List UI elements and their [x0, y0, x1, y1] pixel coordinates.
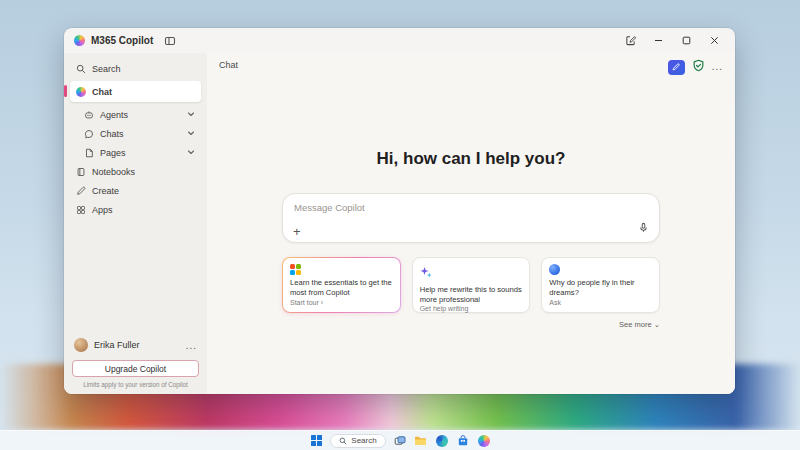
copilot-chat-icon	[76, 87, 86, 97]
main-header-actions: ...	[668, 58, 723, 76]
see-more-link[interactable]: See more ⌄	[282, 320, 660, 329]
user-row[interactable]: Erika Fuller ...	[70, 336, 201, 354]
minimize-icon	[654, 36, 663, 45]
sidebar-item-label: Apps	[92, 205, 113, 215]
task-view-button[interactable]	[393, 434, 407, 448]
taskbar: Search	[0, 430, 800, 450]
sidebar-item-label: Search	[92, 64, 121, 74]
suggestion-card-rewrite[interactable]: Help me rewrite this to sounds more prof…	[412, 257, 531, 313]
close-button[interactable]	[703, 31, 725, 50]
desktop: M365 Copilot Search	[0, 0, 800, 450]
pages-icon	[84, 148, 94, 158]
microphone-button[interactable]	[638, 219, 649, 237]
sidebar-item-label: Pages	[100, 148, 126, 158]
sidebar-item-notebooks[interactable]: Notebooks	[70, 162, 201, 181]
edge-icon	[436, 435, 448, 447]
limits-footnote: Limits apply to your version of Copilot	[70, 381, 201, 388]
taskbar-search-label: Search	[351, 436, 376, 445]
apps-icon	[76, 205, 86, 215]
card-action[interactable]: Start tour ›	[290, 299, 393, 306]
add-attachment-button[interactable]: +	[293, 225, 301, 238]
sparkles-icon	[420, 264, 523, 282]
notebooks-icon	[76, 167, 86, 177]
file-explorer-button[interactable]	[414, 434, 428, 448]
chevron-down-icon: ⌄	[654, 320, 660, 329]
message-composer[interactable]: Message Copilot +	[282, 193, 660, 243]
copilot-taskbar-icon	[478, 435, 490, 447]
start-button[interactable]	[309, 434, 323, 448]
new-chat-button[interactable]	[668, 60, 685, 75]
new-chat-icon	[671, 62, 681, 72]
sidebar-item-label: Create	[92, 186, 119, 196]
window-title: M365 Copilot	[91, 35, 153, 46]
card-title: Why do people fly in their dreams?	[549, 278, 652, 298]
card-title: Learn the essentials to get the most fro…	[290, 278, 393, 298]
copilot-logo-icon	[74, 35, 85, 46]
agents-icon	[84, 110, 94, 120]
windows-logo-icon	[311, 435, 322, 446]
sidebar-toggle-button[interactable]	[159, 31, 181, 50]
sidebar-item-label: Notebooks	[92, 167, 135, 177]
upgrade-label: Upgrade Copilot	[105, 364, 166, 374]
suggestion-cards: Learn the essentials to get the most fro…	[282, 257, 660, 313]
sidebar-item-create[interactable]: Create	[70, 181, 201, 200]
shield-check-icon	[692, 59, 705, 72]
search-icon	[339, 437, 347, 445]
maximize-button[interactable]	[675, 31, 697, 50]
chevron-down-icon	[187, 129, 195, 139]
file-explorer-icon	[414, 435, 427, 446]
sidebar-item-pages[interactable]: Pages	[78, 143, 201, 162]
greeting-heading: Hi, how can I help you?	[207, 149, 735, 169]
card-action-label: Get help writing	[420, 305, 469, 312]
essentials-icon	[290, 264, 393, 275]
upgrade-copilot-button[interactable]: Upgrade Copilot	[72, 360, 199, 377]
minimize-button[interactable]	[647, 31, 669, 50]
create-icon	[76, 186, 86, 196]
taskbar-search[interactable]: Search	[330, 434, 385, 448]
edge-browser-button[interactable]	[435, 434, 449, 448]
suggestion-card-dreams[interactable]: Why do people fly in their dreams? Ask	[541, 257, 660, 313]
compose-icon	[625, 35, 636, 46]
card-action[interactable]: Ask	[549, 299, 652, 306]
sidebar-item-agents[interactable]: Agents	[78, 105, 201, 124]
see-more-label: See more	[619, 320, 652, 329]
card-title: Help me rewrite this to sounds more prof…	[420, 285, 523, 305]
sidebar-item-label: Chats	[100, 129, 124, 139]
microsoft-store-button[interactable]	[456, 434, 470, 448]
sidebar-item-search[interactable]: Search	[70, 59, 201, 78]
chevron-right-icon: ›	[321, 299, 323, 306]
sidebar-item-chat[interactable]: Chat	[70, 81, 201, 102]
more-menu-button[interactable]: ...	[712, 62, 723, 72]
dreams-icon	[549, 264, 560, 275]
chevron-down-icon	[187, 148, 195, 158]
more-options-icon[interactable]: ...	[186, 340, 197, 351]
sidebar-bottom: Erika Fuller ... Upgrade Copilot Limits …	[70, 336, 201, 388]
card-action-label: Start tour	[290, 299, 319, 306]
search-icon	[76, 64, 86, 74]
sidebar-item-chats[interactable]: Chats	[78, 124, 201, 143]
protected-button[interactable]	[692, 58, 705, 76]
microphone-icon	[638, 222, 649, 233]
sidebar-item-label: Agents	[100, 110, 128, 120]
copilot-app-button[interactable]	[477, 434, 491, 448]
sidebar-toggle-icon	[164, 35, 176, 47]
close-icon	[710, 36, 719, 45]
page-title: Chat	[219, 60, 238, 70]
chevron-down-icon	[187, 110, 195, 120]
card-action[interactable]: Get help writing	[420, 305, 523, 312]
suggestion-card-essentials[interactable]: Learn the essentials to get the most fro…	[282, 257, 401, 313]
maximize-icon	[682, 36, 691, 45]
composer-placeholder: Message Copilot	[294, 202, 365, 213]
window-body: Search Chat Agents Chats	[64, 53, 735, 394]
user-name: Erika Fuller	[94, 340, 140, 350]
chats-icon	[84, 129, 94, 139]
sidebar: Search Chat Agents Chats	[64, 53, 207, 394]
task-view-icon	[394, 435, 406, 447]
chat-main: Chat ... Hi, how can I help you? Message…	[207, 53, 735, 394]
new-window-button[interactable]	[619, 31, 641, 50]
sidebar-item-apps[interactable]: Apps	[70, 200, 201, 219]
store-icon	[457, 435, 469, 447]
sidebar-item-label: Chat	[92, 87, 112, 97]
copilot-window: M365 Copilot Search	[64, 28, 735, 394]
titlebar: M365 Copilot	[64, 28, 735, 53]
